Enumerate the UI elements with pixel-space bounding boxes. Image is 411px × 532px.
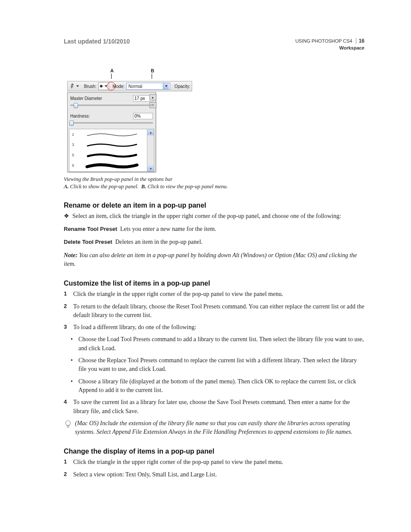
brush-list-item: 5 xyxy=(69,150,154,160)
figure-caption-main: Viewing the Brush pop-up panel in the op… xyxy=(64,176,364,183)
term-delete-label: Delete Tool Preset xyxy=(64,239,112,245)
sub-item: •Choose the Replace Tool Presets command… xyxy=(71,356,364,374)
section-heading-change-display: Change the display of items in a pop-up … xyxy=(64,448,364,455)
figure-brush-panel: A B ✎ Brush: • Mode: Normal xyxy=(67,68,364,172)
brush-size-label: 9 xyxy=(72,163,76,168)
caption-text-b: Click to view the pop-up panel menu. xyxy=(147,184,227,190)
step-3-text: To load a different library, do one of t… xyxy=(73,323,364,332)
diameter-slider xyxy=(70,103,153,107)
step-item: 2Select a view option: Text Only, Small … xyxy=(64,470,364,479)
caption-text-a: Click to show the pop-up panel. xyxy=(70,184,139,190)
header-right: USING PHOTOSHOP CS416 Workspace xyxy=(295,38,364,51)
panel-menu-button: ▸ xyxy=(149,94,156,100)
brush-list-item: 1 xyxy=(69,129,154,140)
scrollbar: ▴ ▾ xyxy=(147,129,154,171)
hardness-label: Hardness: xyxy=(70,114,90,118)
options-bar: ✎ Brush: • Mode: Normal Opacity: xyxy=(67,81,192,91)
header-title: USING PHOTOSHOP CS4 xyxy=(295,38,356,44)
brush-size-label: 5 xyxy=(72,153,76,157)
header-last-updated: Last updated 1/10/2010 xyxy=(64,38,130,45)
scroll-up-icon: ▴ xyxy=(147,129,154,135)
brush-list-item: 3 xyxy=(69,140,154,150)
step-item: 3To load a different library, do one of … xyxy=(64,323,364,332)
brush-tool-icon: ✎ xyxy=(68,82,76,90)
rename-delete-instruction: Select an item, click the triangle in th… xyxy=(72,212,341,221)
mode-dropdown: Normal xyxy=(126,83,170,90)
caption-key-a: A. xyxy=(64,184,68,190)
hardness-value xyxy=(133,113,153,119)
display-step-2-text: Select a view option: Text Only, Small L… xyxy=(73,470,364,479)
hardness-slider xyxy=(70,121,153,124)
brush-preset-picker: • xyxy=(98,82,109,90)
sub-2-text: Choose the Replace Tool Presets command … xyxy=(78,356,364,374)
tip-text: (Mac OS) Include the extension of the li… xyxy=(75,419,364,437)
brush-stroke-icon xyxy=(79,151,145,159)
brush-stroke-icon xyxy=(79,131,145,138)
brush-size-label: 1 xyxy=(72,132,76,137)
brush-size-label: 3 xyxy=(72,143,76,147)
sub-1-text: Choose the Load Tool Presets command to … xyxy=(78,335,364,353)
figure-caption: Viewing the Brush pop-up panel in the op… xyxy=(64,176,364,190)
brush-popup-panel: ▸ ⌑ Master Diameter Hardness: xyxy=(67,92,156,172)
step-item: 2To return to the default library, choos… xyxy=(64,302,364,320)
svg-point-0 xyxy=(66,420,71,425)
brush-list-item: 9 xyxy=(69,160,154,171)
term-delete-desc: Deletes an item in the pop-up panel. xyxy=(115,239,202,245)
mode-label: Mode: xyxy=(112,84,125,89)
chevron-down-icon xyxy=(105,85,107,87)
page-number: 16 xyxy=(356,38,364,44)
term-rename-desc: Lets you enter a new name for the item. xyxy=(120,226,216,232)
tool-preset-dropdown-icon xyxy=(76,85,79,87)
figure-tick-b xyxy=(152,74,152,79)
section-heading-rename-delete: Rename or delete an item in a pop-up pan… xyxy=(64,202,364,209)
step-1-text: Click the triangle in the upper right co… xyxy=(73,290,364,299)
term-rename: Rename Tool Preset Lets you enter a new … xyxy=(64,225,364,233)
step-item: 4To save the current list as a library f… xyxy=(64,398,364,416)
opacity-label: Opacity: xyxy=(174,84,190,89)
brush-stroke-icon xyxy=(79,162,145,169)
figure-tick-a xyxy=(111,74,112,79)
sub-3-text: Choose a library file (displayed at the … xyxy=(78,377,364,395)
brush-label: Brush: xyxy=(84,84,97,89)
display-step-1-text: Click the triangle in the upper right co… xyxy=(73,458,364,467)
sub-item: •Choose the Load Tool Presets command to… xyxy=(71,335,364,353)
term-delete: Delete Tool Preset Deletes an item in th… xyxy=(64,238,364,246)
diamond-bullet-icon: ❖ xyxy=(64,212,69,221)
section-heading-customize: Customize the list of items in a pop-up … xyxy=(64,280,364,287)
step-4-text: To save the current list as a library fo… xyxy=(73,398,364,416)
term-rename-label: Rename Tool Preset xyxy=(64,226,117,232)
tip-mac-extension: (Mac OS) Include the extension of the li… xyxy=(65,419,364,437)
figure-label-b: B xyxy=(151,68,154,73)
note-label: Note: xyxy=(64,252,78,258)
step-item: 1Click the triangle in the upper right c… xyxy=(64,290,364,299)
note-text: You can also delete an item in a pop-up … xyxy=(64,252,357,267)
sub-item: •Choose a library file (displayed at the… xyxy=(71,377,364,395)
lightbulb-icon xyxy=(65,420,72,429)
caption-key-b: B. xyxy=(141,184,146,190)
mode-value: Normal xyxy=(128,84,162,89)
header-section: Workspace xyxy=(295,45,364,51)
figure-label-a: A xyxy=(110,68,114,73)
step-2-text: To return to the default library, choose… xyxy=(73,302,364,320)
note-delete-shortcut: Note: You can also delete an item in a p… xyxy=(64,251,364,269)
master-diameter-label: Master Diameter xyxy=(70,96,102,101)
chevron-down-icon xyxy=(163,83,169,89)
scroll-down-icon: ▾ xyxy=(147,165,154,171)
step-item: 1Click the triangle in the upper right c… xyxy=(64,458,364,467)
brush-stroke-icon xyxy=(79,141,145,149)
brush-preset-list: ▴ ▾ 1 3 5 9 xyxy=(69,129,154,172)
